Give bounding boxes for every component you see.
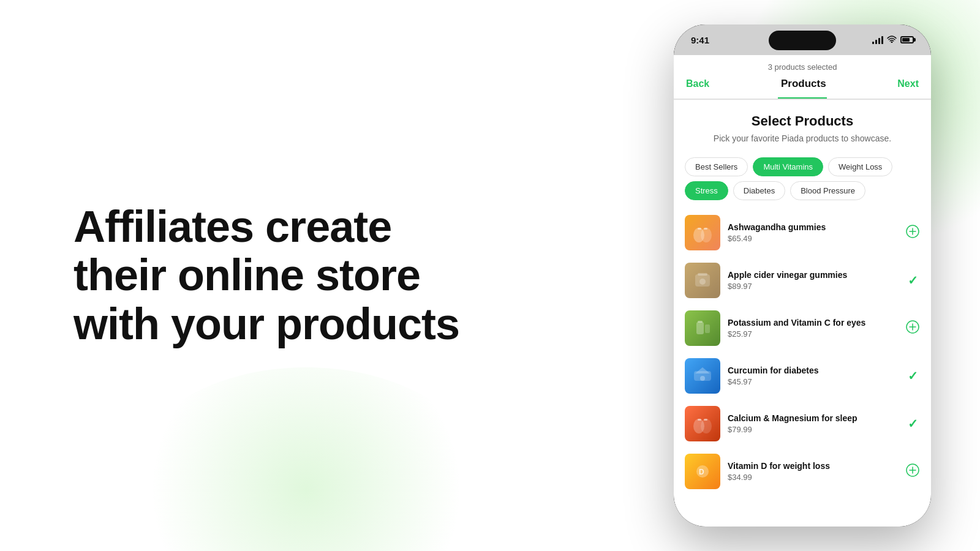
svg-point-1 [701, 228, 712, 242]
top-navigation-bar: 3 products selected Back Products Next [674, 55, 931, 100]
svg-text:D: D [699, 468, 704, 476]
svg-rect-22 [704, 419, 707, 421]
svg-point-18 [700, 376, 705, 381]
add-circle-icon-vitamin-d[interactable] [906, 463, 919, 479]
content-area: Select Products Pick your favorite Piada… [674, 100, 931, 527]
svg-rect-2 [698, 228, 701, 230]
svg-rect-12 [698, 321, 703, 323]
product-thumbnail-potassium [685, 310, 720, 346]
product-select-apple-cider[interactable]: ✓ [905, 273, 920, 288]
svg-rect-11 [705, 324, 710, 333]
select-heading-title: Select Products [686, 113, 919, 129]
svg-rect-10 [696, 322, 704, 334]
svg-marker-17 [695, 367, 710, 373]
wifi-icon [887, 36, 897, 45]
product-price-calcium: $79.99 [728, 425, 898, 434]
filter-tag-diabetes[interactable]: Diabetes [733, 181, 785, 200]
svg-rect-8 [698, 273, 707, 276]
product-name-calcium: Calcium & Magnesium for sleep [728, 413, 898, 423]
add-circle-icon-potassium[interactable] [906, 320, 919, 336]
battery-icon [900, 36, 914, 43]
product-price-curcumin: $45.97 [728, 377, 898, 386]
product-info-potassium: Potassium and Vitamin C for eyes $25.97 [728, 318, 898, 339]
product-thumbnail-vitamin-d: D [685, 454, 720, 489]
product-name-vitamin-d: Vitamin D for weight loss [728, 461, 898, 471]
product-item-curcumin[interactable]: Curcumin for diabetes $45.97 ✓ [674, 352, 931, 400]
headline: Affiliates create their online store wit… [74, 203, 478, 348]
product-add-vitamin-d[interactable] [905, 464, 920, 479]
product-add-ashwagandha[interactable] [905, 225, 920, 240]
product-name-potassium: Potassium and Vitamin C for eyes [728, 318, 898, 328]
product-info-calcium: Calcium & Magnesium for sleep $79.99 [728, 413, 898, 434]
product-item-calcium[interactable]: Calcium & Magnesium for sleep $79.99 ✓ [674, 400, 931, 448]
product-price-ashwagandha: $65.49 [728, 234, 898, 243]
product-select-curcumin[interactable]: ✓ [905, 369, 920, 383]
phone-screen: 3 products selected Back Products Next S… [674, 55, 931, 527]
product-price-vitamin-d: $34.99 [728, 473, 898, 482]
next-button[interactable]: Next [897, 78, 919, 89]
filter-tag-weight-loss[interactable]: Weight Loss [828, 157, 892, 176]
product-info-ashwagandha: Ashwagandha gummies $65.49 [728, 222, 898, 243]
product-name-apple-cider: Apple cider vinegar gummies [728, 270, 898, 280]
checkmark-icon: ✓ [908, 273, 918, 288]
product-thumbnail-apple-cider [685, 263, 720, 298]
product-name-curcumin: Curcumin for diabetes [728, 365, 898, 375]
status-bar: 9:41 [674, 24, 931, 55]
add-circle-icon[interactable] [906, 225, 919, 241]
svg-point-20 [701, 419, 712, 433]
filter-tags-container: Best Sellers Multi Vitamins Weight Loss … [674, 150, 931, 204]
checkmark-icon-calcium: ✓ [908, 416, 918, 431]
selected-count: 3 products selected [686, 62, 919, 72]
product-info-curcumin: Curcumin for diabetes $45.97 [728, 365, 898, 386]
product-info-vitamin-d: Vitamin D for weight loss $34.99 [728, 461, 898, 482]
product-price-apple-cider: $89.97 [728, 282, 898, 291]
checkmark-icon-curcumin: ✓ [908, 369, 918, 383]
dynamic-island [769, 31, 836, 50]
product-item-apple-cider[interactable]: Apple cider vinegar gummies $89.97 ✓ [674, 257, 931, 304]
product-item-vitamin-d[interactable]: D Vitamin D for weight loss $34.99 [674, 448, 931, 495]
filter-tag-blood-pressure[interactable]: Blood Pressure [790, 181, 865, 200]
filter-tag-best-sellers[interactable]: Best Sellers [685, 157, 748, 176]
product-name-ashwagandha: Ashwagandha gummies [728, 222, 898, 232]
product-price-potassium: $25.97 [728, 329, 898, 339]
product-thumbnail-curcumin [685, 358, 720, 394]
phone-frame: 9:41 [674, 24, 931, 527]
status-time: 9:41 [691, 35, 709, 45]
select-heading-section: Select Products Pick your favorite Piada… [674, 100, 931, 150]
product-item-potassium[interactable]: Potassium and Vitamin C for eyes $25.97 [674, 304, 931, 352]
product-list: Ashwagandha gummies $65.49 [674, 204, 931, 500]
filter-tag-stress[interactable]: Stress [685, 181, 728, 200]
filter-tag-multi-vitamins[interactable]: Multi Vitamins [753, 157, 823, 176]
product-select-calcium[interactable]: ✓ [905, 416, 920, 431]
product-info-apple-cider: Apple cider vinegar gummies $89.97 [728, 270, 898, 291]
active-tab-underline [778, 97, 827, 99]
signal-icon [872, 36, 883, 44]
product-thumbnail-calcium [685, 406, 720, 441]
svg-rect-21 [698, 419, 701, 421]
select-heading-subtitle: Pick your favorite Piada products to sho… [686, 133, 919, 145]
svg-rect-3 [704, 228, 707, 230]
product-add-potassium[interactable] [905, 321, 920, 335]
nav-row: Back Products Next [686, 78, 919, 96]
svg-point-9 [699, 279, 706, 285]
status-icons [872, 36, 914, 45]
page-title: Products [781, 78, 826, 90]
product-thumbnail-ashwagandha [685, 215, 720, 250]
back-button[interactable]: Back [686, 78, 709, 89]
phone-mockup: 9:41 [674, 24, 931, 527]
product-item-ashwagandha[interactable]: Ashwagandha gummies $65.49 [674, 209, 931, 257]
left-section: Affiliates create their online store wit… [0, 0, 551, 551]
